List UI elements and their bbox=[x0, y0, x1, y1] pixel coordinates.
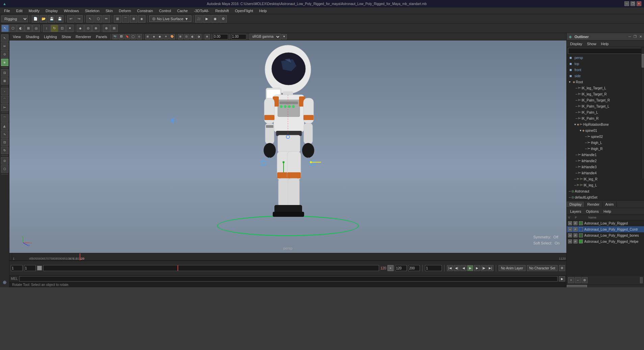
twist-btn[interactable]: ↻ bbox=[1, 147, 8, 154]
frame-start-input[interactable] bbox=[11, 265, 23, 271]
outliner-restore-btn[interactable]: ❐ bbox=[634, 35, 637, 38]
vp-menu-view[interactable]: View bbox=[11, 34, 23, 39]
paint-mode-btn[interactable]: ✏ bbox=[1, 42, 8, 50]
menu-display[interactable]: Display bbox=[43, 8, 60, 13]
snap-curve-btn[interactable]: ⌒ bbox=[122, 15, 129, 23]
render-settings-btn[interactable]: ⚙ bbox=[219, 15, 227, 23]
save-as-btn[interactable]: 💾 bbox=[56, 15, 63, 23]
outliner-search-input[interactable] bbox=[568, 48, 643, 54]
layer3-p[interactable]: P bbox=[573, 233, 578, 237]
tab-anim[interactable]: Anim bbox=[602, 202, 617, 207]
outliner-scroll-bottom[interactable] bbox=[567, 285, 644, 287]
vp-prev-btn[interactable]: ◐ bbox=[190, 34, 195, 39]
menu-skin[interactable]: Skin bbox=[103, 8, 115, 13]
mode-dropdown[interactable]: Rigging Animation Modeling bbox=[1, 16, 28, 22]
ch-menu-options[interactable]: Options bbox=[584, 209, 601, 214]
outliner-cam-side[interactable]: ◼ side bbox=[567, 73, 644, 79]
tree-item-ik-leg-r[interactable]: ─ ⊢ IK_leg_Target_R bbox=[567, 91, 644, 97]
menu-3dto[interactable]: -3DToAll- bbox=[191, 8, 212, 13]
vp-texture-btn[interactable]: ◉ bbox=[157, 34, 163, 39]
layer4-v[interactable]: V bbox=[568, 239, 572, 243]
outliner-close-btn[interactable]: ✕ bbox=[639, 35, 642, 38]
no-character-set-label[interactable]: No Character Set bbox=[527, 265, 558, 271]
soft-mod2-btn[interactable]: ◈ bbox=[77, 25, 84, 32]
vp-menu-lighting[interactable]: Lighting bbox=[42, 34, 59, 39]
menu-modify[interactable]: Modify bbox=[26, 8, 42, 13]
open-scene-btn[interactable]: 📂 bbox=[40, 15, 47, 23]
tree-item-ik-palm-l[interactable]: ─ ⊢ IK_Palm_Target_L bbox=[567, 103, 644, 109]
crosshair-btn[interactable]: ⊕ bbox=[103, 25, 110, 32]
sculpt-btn[interactable]: ⊙ bbox=[84, 25, 92, 32]
snap2-btn[interactable]: ⊞ bbox=[110, 25, 118, 32]
go-end-btn[interactable]: ▶| bbox=[487, 265, 493, 271]
menu-control[interactable]: Control bbox=[156, 8, 173, 13]
minimize-btn[interactable]: ─ bbox=[624, 1, 629, 6]
menu-help[interactable]: Help bbox=[257, 8, 270, 13]
bend-btn[interactable]: ⌒ bbox=[1, 114, 8, 122]
play-btn[interactable]: ▶ bbox=[467, 265, 473, 271]
vp-resolution-btn[interactable]: ⊕ bbox=[205, 34, 210, 39]
layer-add-btn[interactable]: + bbox=[568, 277, 574, 283]
mel-run-btn[interactable]: ▶ bbox=[559, 276, 565, 282]
frame-end-input[interactable] bbox=[395, 265, 407, 271]
paint-sel2-btn[interactable]: ◐ bbox=[17, 25, 24, 32]
tree-item-ik-leg-L2[interactable]: ─ ⊢ ⊢ IK_leg_L bbox=[567, 182, 644, 188]
layer3-v[interactable]: V bbox=[568, 233, 572, 237]
go-start-btn[interactable]: |◀ bbox=[447, 265, 453, 271]
menu-redshift[interactable]: Redshift bbox=[213, 8, 232, 13]
scale-btn[interactable]: ⊡ bbox=[58, 25, 66, 32]
tree-item-ik-palm-L2[interactable]: ─ ⊢ IK_Palm_L bbox=[567, 109, 644, 115]
move-sel-btn[interactable]: ⊞ bbox=[25, 25, 32, 32]
tree-item-hip[interactable]: ▼ ◈ ⊢ HipRotationBone bbox=[567, 121, 644, 127]
vp-bookmark-btn[interactable]: 🔖 bbox=[125, 34, 130, 39]
prev-frame-btn[interactable]: ◀ bbox=[460, 265, 466, 271]
frame-end2-input[interactable] bbox=[408, 265, 420, 271]
vp-grid-btn[interactable]: ⊞ bbox=[178, 34, 183, 39]
ch-menu-help[interactable]: Help bbox=[601, 209, 613, 214]
menu-cache[interactable]: Cache bbox=[175, 8, 191, 13]
menu-constrain[interactable]: Constrain bbox=[134, 8, 156, 13]
menu-skeleton[interactable]: Skeleton bbox=[82, 8, 102, 13]
vp-gamma-select[interactable]: sRGB gamma Linear bbox=[249, 34, 281, 40]
no-live-surface[interactable]: ◎ No Live Surface ▼ bbox=[149, 16, 191, 22]
vp-isolate-btn[interactable]: ⊙ bbox=[137, 34, 142, 39]
outliner-tree[interactable]: ◼ persp ◼ top ◼ front ◼ side ▼ bbox=[567, 55, 644, 200]
tree-item-astronaut[interactable]: ─ ◎ Astronaut bbox=[567, 188, 644, 194]
menu-openflight[interactable]: OpenFlight bbox=[232, 8, 256, 13]
select-tool-btn[interactable]: ↖ bbox=[86, 15, 94, 23]
outliner-scroll-right[interactable] bbox=[641, 47, 644, 179]
tree-item-ikhandle3[interactable]: ─ ⊢ ikHandle3 bbox=[567, 164, 644, 170]
tree-item-spine02[interactable]: ─ ⊢ spine02 bbox=[567, 134, 644, 140]
paint-sel-btn[interactable]: ✏ bbox=[103, 15, 110, 23]
next-frame-btn[interactable]: ▶ bbox=[474, 265, 480, 271]
ik-spline-btn[interactable]: ⊢ bbox=[1, 104, 8, 111]
no-anim-layer-label[interactable]: No Anim Layer bbox=[499, 265, 526, 271]
tree-item-ik-leg-R2[interactable]: ─ ⊢ ⊢ IK_leg_R bbox=[567, 176, 644, 182]
vp-menu-show[interactable]: Show bbox=[60, 34, 73, 39]
close-btn[interactable]: ✕ bbox=[637, 1, 641, 6]
vp-menu-shading[interactable]: Shading bbox=[24, 34, 41, 39]
tree-item-spine01[interactable]: ▼ ◈ spine01 bbox=[567, 127, 644, 134]
vp-menu-panels[interactable]: Panels bbox=[94, 34, 109, 39]
scroll-thumb[interactable] bbox=[642, 54, 644, 67]
rotate-btn[interactable]: ↻ bbox=[51, 25, 58, 32]
layer2-p[interactable]: P bbox=[573, 227, 578, 231]
ik-btn[interactable]: ⌒ bbox=[1, 96, 8, 103]
vp-shadow-btn[interactable]: ◑ bbox=[196, 34, 202, 39]
tree-item-thigh-r[interactable]: ─ ⊢ thigh_R bbox=[567, 146, 644, 152]
outliner-cam-front[interactable]: ◼ front bbox=[567, 67, 644, 73]
cluster-btn[interactable]: ⊞ bbox=[1, 77, 8, 85]
redo-btn[interactable]: ↪ bbox=[75, 15, 83, 23]
timeline[interactable]: 1 45 50 55 60 65 70 75 80 85 90 95 100 1… bbox=[9, 253, 566, 260]
layer-settings-btn[interactable]: ⚙ bbox=[582, 277, 588, 283]
rigid-body-btn[interactable]: ⬡ bbox=[1, 165, 8, 173]
outliner-minimize-btn[interactable]: ─ bbox=[628, 35, 631, 38]
skin-paint-btn[interactable]: ◈ bbox=[1, 59, 8, 66]
vp-cam-btn[interactable]: 📷 bbox=[112, 34, 118, 39]
layer-del-btn[interactable]: − bbox=[575, 277, 581, 283]
vp-img-plane-btn[interactable]: 🖼 bbox=[118, 34, 124, 39]
ipr-btn[interactable]: ◉ bbox=[211, 15, 219, 23]
snap-surface-btn[interactable]: ◈ bbox=[138, 15, 145, 23]
tree-item-ikhandle1[interactable]: ─ ⊢ ikHandle1 bbox=[567, 152, 644, 158]
vp-gamma-arrow[interactable]: ▼ bbox=[281, 34, 287, 39]
